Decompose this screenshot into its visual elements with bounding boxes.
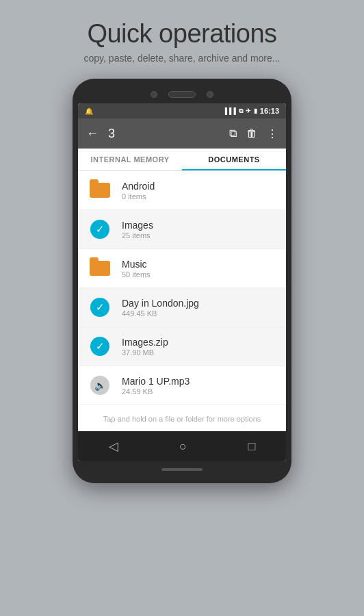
file-info: Day in London.jpg 449.45 KB [122,298,276,318]
file-size: 25 items [122,231,276,240]
check-circle: ✓ [90,337,109,356]
airplane-icon: ✈ [246,107,251,114]
list-item[interactable]: ✓ Images 25 items [78,210,286,249]
phone-bottom-bar [78,461,286,474]
file-size: 449.45 KB [122,309,276,318]
phone-speaker [168,91,196,98]
file-info: Mario 1 UP.mp3 24.59 KB [122,376,276,396]
battery-icon: ▮ [254,107,257,114]
file-name: Android [122,181,276,192]
signal-icon: ▐▐▐ [223,107,236,114]
file-size: 50 items [122,270,276,279]
status-bar-left: 🔔 [85,107,94,115]
more-action-icon[interactable]: ⋮ [267,127,278,140]
tab-documents[interactable]: DOCUMENTS [182,149,286,170]
page-subtitle: copy, paste, delete, share, archive and … [27,53,337,64]
file-name: Images [122,220,276,231]
file-name: Music [122,259,276,270]
hint-text: Tap and hold on a file or folder for mor… [78,405,286,431]
check-icon: ✓ [88,334,112,359]
file-name: Day in London.jpg [122,298,276,309]
status-time: 16:13 [260,107,279,115]
check-icon: ✓ [88,217,112,242]
audio-icon-shape: 🔈 [90,376,109,395]
copy-icon: ⧉ [239,107,243,115]
selection-count: 3 [108,127,222,141]
folder-icon [88,256,112,281]
status-bar: 🔔 ▐▐▐ ⧉ ✈ ▮ 16:13 [78,103,286,118]
phone-sensor [207,91,213,98]
check-circle: ✓ [90,298,109,317]
file-info: Music 50 items [122,259,276,279]
home-nav-button[interactable]: ○ [174,434,192,459]
file-list: Android 0 items ✓ Images 25 items [78,171,286,431]
file-info: Images.zip 37.90 MB [122,337,276,357]
back-button[interactable]: ← [86,127,99,141]
file-name: Images.zip [122,337,276,348]
list-item[interactable]: Android 0 items [78,171,286,210]
file-size: 0 items [122,192,276,201]
phone-shell: 🔔 ▐▐▐ ⧉ ✈ ▮ 16:13 ← 3 ⧉ 🗑 ⋮ INTERNAL MEM [73,79,291,483]
audio-icon: 🔈 [88,373,112,398]
phone-screen: 🔔 ▐▐▐ ⧉ ✈ ▮ 16:13 ← 3 ⧉ 🗑 ⋮ INTERNAL MEM [78,103,286,461]
phone-nav-bar: ◁ ○ □ [78,431,286,461]
notification-icon: 🔔 [85,107,93,115]
file-size: 24.59 KB [122,387,276,396]
action-bar: ← 3 ⧉ 🗑 ⋮ [78,118,286,149]
file-size: 37.90 MB [122,348,276,357]
page-header: Quick operations copy, paste, delete, sh… [0,0,364,76]
tab-internal-memory[interactable]: INTERNAL MEMORY [78,149,182,170]
delete-action-icon[interactable]: 🗑 [246,127,257,140]
tabs-bar: INTERNAL MEMORY DOCUMENTS [78,149,286,171]
file-info: Images 25 items [122,220,276,240]
home-indicator [161,468,203,471]
list-item[interactable]: ✓ Day in London.jpg 449.45 KB [78,288,286,327]
folder-shape [90,183,110,198]
status-bar-right: ▐▐▐ ⧉ ✈ ▮ 16:13 [223,107,279,115]
page-title: Quick operations [27,19,337,49]
copy-action-icon[interactable]: ⧉ [229,127,237,140]
phone-top-bar [78,88,286,103]
check-icon: ✓ [88,295,112,320]
action-bar-icons: ⧉ 🗑 ⋮ [229,127,278,140]
back-nav-button[interactable]: ◁ [103,433,124,459]
list-item[interactable]: 🔈 Mario 1 UP.mp3 24.59 KB [78,366,286,405]
list-item[interactable]: ✓ Images.zip 37.90 MB [78,327,286,366]
file-name: Mario 1 UP.mp3 [122,376,276,387]
folder-shape [90,261,110,276]
phone-camera [151,91,157,98]
list-item[interactable]: Music 50 items [78,249,286,288]
recents-nav-button[interactable]: □ [242,434,261,459]
folder-icon [88,178,112,203]
check-circle: ✓ [90,220,109,239]
file-info: Android 0 items [122,181,276,201]
